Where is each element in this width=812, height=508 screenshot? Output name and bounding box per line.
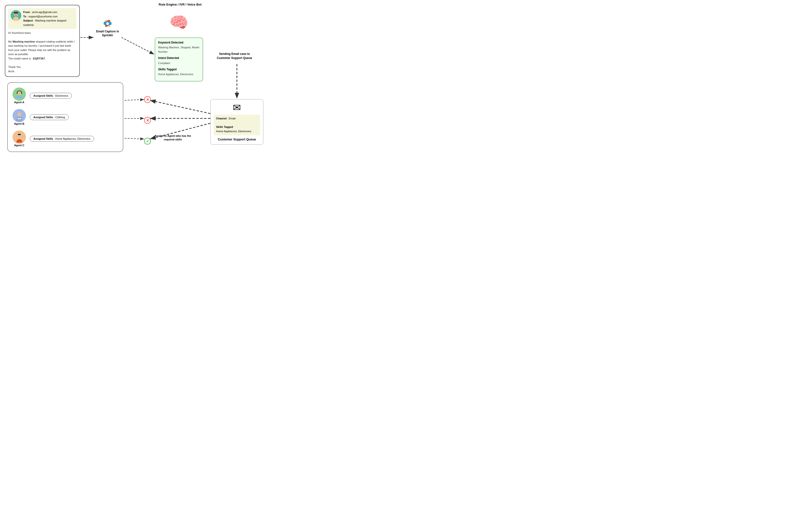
svg-rect-3 bbox=[14, 12, 18, 13]
keyword-box: Keyword Detected Washing Machine, Stoppe… bbox=[155, 37, 203, 81]
csq-skills-value: Home Appliances, Electronics bbox=[216, 129, 258, 134]
svg-rect-13 bbox=[17, 92, 18, 94]
agent-b-row: Agent B Assigned Skills : Clothing bbox=[12, 109, 118, 125]
csq-skills-label: Skills Tagged bbox=[216, 125, 258, 129]
sprinklr-to-rule-engine-arrow bbox=[122, 37, 154, 54]
agent-c-col: Agent C bbox=[12, 130, 26, 147]
email-greeting: Hi YourHome team, bbox=[8, 31, 76, 35]
skills-tagged-value: Home Appliances, Electronics bbox=[158, 72, 200, 77]
agent-c-name: Agent C bbox=[14, 144, 24, 147]
agent-b-skills-label: Assigned Skills bbox=[33, 116, 53, 119]
brain-icon: 🧠 bbox=[167, 13, 191, 33]
sprinklr-logo-icon bbox=[98, 13, 117, 28]
intent-value: Complaint bbox=[158, 61, 200, 66]
reject-agent-a-icon: ✕ bbox=[144, 96, 151, 103]
svg-point-10 bbox=[106, 22, 109, 25]
agent-b-name: Agent B bbox=[14, 122, 24, 125]
svg-point-2 bbox=[13, 17, 19, 21]
svg-point-5 bbox=[17, 14, 17, 15]
sprinklr-label: Email Capture in Sprinklr bbox=[94, 30, 121, 37]
agent-a-name: Agent A bbox=[14, 101, 25, 104]
skills-tagged-title: Skills Tagged bbox=[158, 67, 200, 72]
agent-c-skills-value: Home Appliances, Electronics bbox=[55, 137, 90, 140]
agent-a-avatar bbox=[12, 87, 26, 101]
email-from: archi.agr@gmail.com bbox=[32, 11, 57, 13]
rule-engine-title: Rule Engine / IVR / Voice Bot bbox=[158, 2, 202, 7]
keyword-value: Washing Machine, Stopped, Model Number bbox=[158, 45, 200, 54]
agent-b-skills: Assigned Skills : Clothing bbox=[30, 114, 69, 120]
email-header: From : archi.agr@gmail.com To : support@… bbox=[8, 8, 76, 29]
email-content: My Washing machine stopped rotating sudd… bbox=[8, 40, 76, 61]
agent-a-col: Agent A bbox=[12, 87, 26, 104]
csq-info: Channel : Email Skills Tagged Home Appli… bbox=[214, 115, 260, 135]
svg-point-4 bbox=[15, 14, 15, 15]
agents-container: Agent A Assigned Skills : Electronics bbox=[7, 82, 123, 152]
agent-c-avatar bbox=[12, 130, 26, 144]
csq-box: ✉ Channel : Email Skills Tagged Home App… bbox=[210, 99, 263, 145]
channel-label: Channel bbox=[216, 117, 227, 120]
assign-label: Assign to Agent who has the required ski… bbox=[150, 134, 196, 142]
intent-title: Intent Detected bbox=[158, 56, 200, 60]
csq-to-agent-a-arrow bbox=[150, 100, 210, 114]
email-header-text: From : archi.agr@gmail.com To : support@… bbox=[23, 10, 74, 27]
agent-a-to-reject-arrow bbox=[124, 99, 144, 100]
svg-rect-17 bbox=[17, 118, 21, 120]
reject-agent-b-icon: ✕ bbox=[144, 117, 151, 124]
agent-c-row: Agent C Assigned Skills : Home Appliance… bbox=[12, 130, 118, 147]
agent-a-skills: Assigned Skills : Electronics bbox=[30, 93, 72, 98]
email-to: support@yourhome.com bbox=[29, 15, 58, 18]
sprinklr-box: Email Capture in Sprinklr bbox=[94, 13, 121, 37]
channel-value: Email bbox=[229, 117, 236, 120]
svg-rect-18 bbox=[16, 120, 23, 120]
svg-rect-20 bbox=[18, 134, 21, 135]
agent-a-skills-label: Assigned Skills bbox=[33, 94, 53, 97]
email-body: Hi YourHome team, My Washing machine sto… bbox=[8, 31, 76, 74]
email-envelope-icon: ✉ bbox=[214, 102, 260, 113]
agent-c-skills-label: Assigned Skills bbox=[33, 137, 53, 140]
agent-c-to-accept-arrow bbox=[124, 138, 144, 139]
agent-b-col: Agent B bbox=[12, 109, 26, 125]
agent-b-skills-value: Clothing bbox=[55, 116, 65, 119]
csq-title: Customer Support Queue bbox=[214, 137, 260, 142]
svg-point-15 bbox=[17, 112, 21, 116]
agent-b-avatar bbox=[12, 109, 26, 122]
svg-rect-14 bbox=[21, 92, 22, 94]
email-signoff: Thank YouArchi bbox=[8, 65, 76, 74]
avatar bbox=[11, 10, 21, 21]
agent-c-skills: Assigned Skills : Home Appliances, Elect… bbox=[30, 136, 94, 142]
sending-label: Sending Email case to Customer Support Q… bbox=[214, 52, 255, 60]
keyword-title: Keyword Detected bbox=[158, 40, 200, 45]
diagram: From : archi.agr@gmail.com To : support@… bbox=[0, 0, 271, 169]
agent-a-skills-value: Electronics bbox=[55, 94, 68, 97]
email-box: From : archi.agr@gmail.com To : support@… bbox=[5, 5, 80, 77]
agent-a-row: Agent A Assigned Skills : Electronics bbox=[12, 87, 118, 104]
